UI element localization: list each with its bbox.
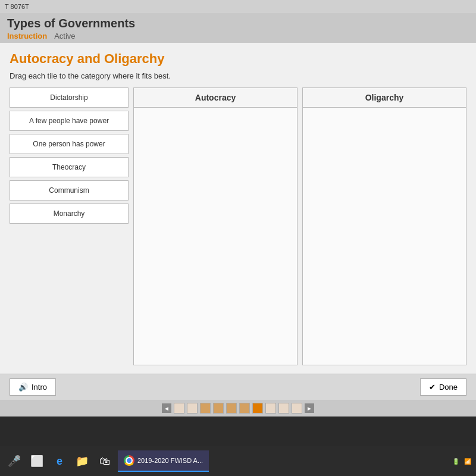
- next-arrow[interactable]: ►: [305, 403, 314, 413]
- nav-active: Active: [54, 32, 75, 40]
- taskbar-mic-icon[interactable]: 🎤: [5, 452, 24, 471]
- tile-few-people[interactable]: A few people have power: [10, 111, 129, 131]
- taskbar-chrome-app[interactable]: 2019-2020 FWISD A...: [118, 450, 209, 472]
- taskbar-app-label: 2019-2020 FWISD A...: [137, 457, 203, 464]
- sys-tray: 🔋 📶: [452, 458, 471, 465]
- device-bar: T 8076T: [0, 0, 476, 13]
- wifi-icon: 📶: [464, 458, 471, 465]
- oligarchy-column[interactable]: Oligarchy: [302, 87, 466, 365]
- autocracy-column[interactable]: Autocracy: [133, 87, 298, 365]
- bottom-bar: 🔊 Intro ✔ Done: [0, 374, 476, 400]
- nav-dots: ◄ ►: [0, 400, 476, 416]
- nav-dot-6[interactable]: [239, 403, 250, 414]
- taskbar-window-icon[interactable]: ⬜: [27, 452, 46, 471]
- nav-dot-5[interactable]: [226, 403, 237, 414]
- tile-dictatorship[interactable]: Dictatorship: [10, 87, 129, 108]
- taskbar: 🎤 ⬜ e 📁 🛍 2019-2020 FWISD A... 🔋 📶: [0, 416, 476, 476]
- tile-monarchy[interactable]: Monarchy: [10, 203, 129, 224]
- tile-one-person[interactable]: One person has power: [10, 134, 129, 154]
- taskbar-inner: 🎤 ⬜ e 📁 🛍 2019-2020 FWISD A... 🔋 📶: [0, 446, 476, 476]
- prev-arrow[interactable]: ◄: [162, 403, 171, 413]
- intro-button-label: Intro: [32, 383, 47, 392]
- oligarchy-header: Oligarchy: [303, 88, 466, 108]
- intro-button[interactable]: 🔊 Intro: [10, 378, 56, 396]
- drag-container: Dictatorship A few people have power One…: [10, 87, 466, 365]
- oligarchy-body[interactable]: [303, 108, 466, 365]
- taskbar-store-icon[interactable]: 🛍: [95, 452, 114, 471]
- nav-dot-2[interactable]: [187, 403, 198, 414]
- done-button[interactable]: ✔ Done: [420, 378, 466, 396]
- taskbar-edge-icon[interactable]: e: [50, 452, 69, 471]
- checkmark-icon: ✔: [429, 383, 436, 392]
- content-area: Autocracy and Oligarchy Drag each tile t…: [0, 43, 476, 374]
- nav-dot-7[interactable]: [252, 403, 263, 414]
- nav-dot-9[interactable]: [278, 403, 289, 414]
- nav-dot-10[interactable]: [292, 403, 302, 414]
- screen: T 8076T Types of Governments Instruction…: [0, 0, 476, 416]
- speaker-icon: 🔊: [18, 383, 28, 392]
- tile-theocracy[interactable]: Theocracy: [10, 157, 129, 177]
- nav-dot-8[interactable]: [265, 403, 276, 414]
- instruction-text: Drag each tile to the category where it …: [10, 71, 466, 80]
- nav-dot-4[interactable]: [213, 403, 224, 414]
- nav-instruction[interactable]: Instruction: [7, 32, 47, 40]
- lesson-title: Autocracy and Oligarchy: [10, 51, 466, 67]
- app-header: Types of Governments Instruction Active: [0, 13, 476, 43]
- tiles-column: Dictatorship A few people have power One…: [10, 87, 129, 365]
- nav-dot-3[interactable]: [200, 403, 211, 414]
- device-id: T 8076T: [5, 3, 29, 10]
- autocracy-header: Autocracy: [134, 88, 297, 108]
- battery-icon: 🔋: [452, 458, 459, 465]
- chrome-icon: [124, 455, 134, 466]
- nav-dot-1[interactable]: [174, 403, 184, 414]
- taskbar-folder-icon[interactable]: 📁: [73, 452, 92, 471]
- autocracy-body[interactable]: [134, 108, 297, 365]
- app-nav: Instruction Active: [7, 32, 469, 40]
- tile-communism[interactable]: Communism: [10, 180, 129, 201]
- done-button-label: Done: [439, 383, 458, 392]
- app-title: Types of Governments: [7, 17, 469, 30]
